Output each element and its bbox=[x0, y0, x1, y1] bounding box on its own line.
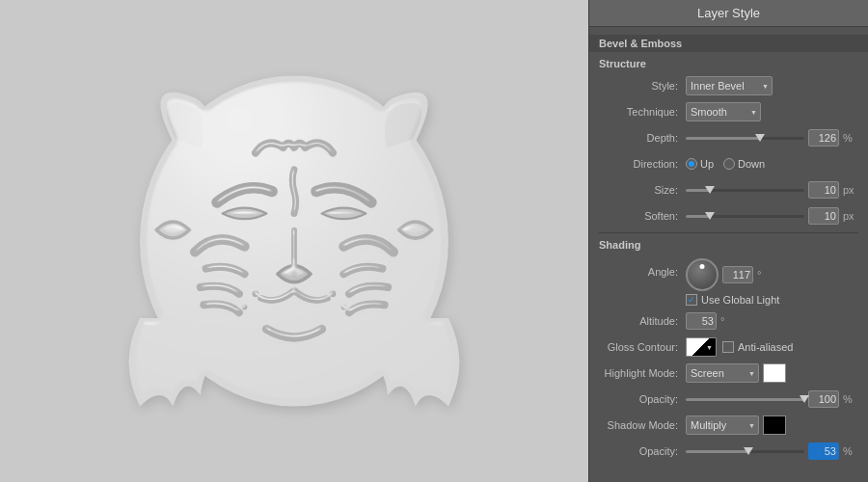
divider-1 bbox=[599, 232, 858, 233]
soften-unit: px bbox=[843, 210, 858, 222]
size-unit: px bbox=[843, 184, 858, 196]
panel-title: Layer Style bbox=[589, 0, 868, 27]
angle-row: Angle: ° Use Global Light bbox=[599, 256, 858, 306]
altitude-row: Altitude: ° bbox=[599, 310, 858, 332]
shadow-mode-select[interactable]: Multiply bbox=[686, 415, 759, 435]
angle-label: Angle: bbox=[599, 258, 686, 278]
style-select[interactable]: Inner Bevel bbox=[686, 76, 773, 95]
canvas-area bbox=[0, 0, 588, 482]
shadow-color-swatch[interactable] bbox=[763, 415, 786, 435]
depth-row: Depth: % bbox=[599, 127, 858, 148]
soften-input[interactable] bbox=[808, 207, 839, 225]
soften-slider-thumb[interactable] bbox=[705, 212, 715, 220]
depth-input[interactable] bbox=[808, 129, 839, 147]
highlight-opacity-label: Opacity: bbox=[599, 393, 686, 405]
direction-label: Direction: bbox=[599, 158, 686, 170]
direction-up-radio[interactable] bbox=[686, 158, 697, 170]
size-row: Size: px bbox=[599, 179, 858, 201]
technique-row: Technique: Smooth bbox=[599, 101, 858, 122]
direction-down-item[interactable]: Down bbox=[723, 158, 765, 170]
depth-slider-track[interactable] bbox=[686, 137, 804, 140]
depth-label: Depth: bbox=[599, 132, 686, 144]
direction-up-label: Up bbox=[700, 158, 714, 170]
direction-radio-group: Up Down bbox=[686, 158, 765, 170]
size-slider-track[interactable] bbox=[686, 189, 804, 192]
size-input[interactable] bbox=[808, 181, 839, 199]
angle-dial[interactable] bbox=[686, 258, 719, 291]
shadow-mode-label: Shadow Mode: bbox=[599, 419, 686, 431]
shadow-opacity-unit: % bbox=[843, 445, 858, 457]
tiger-illustration bbox=[63, 10, 526, 472]
size-slider-thumb[interactable] bbox=[705, 186, 715, 194]
style-label: Style: bbox=[599, 80, 686, 92]
gloss-contour-label: Gloss Contour: bbox=[599, 341, 686, 353]
svg-point-3 bbox=[330, 290, 337, 297]
highlight-opacity-row: Opacity: % bbox=[599, 388, 858, 410]
soften-slider-track[interactable] bbox=[686, 215, 804, 218]
shadow-opacity-label: Opacity: bbox=[599, 445, 686, 457]
size-label: Size: bbox=[599, 184, 686, 196]
gloss-contour-row: Gloss Contour: Anti-aliased bbox=[599, 336, 858, 358]
altitude-unit: ° bbox=[720, 315, 736, 327]
highlight-opacity-unit: % bbox=[843, 393, 858, 405]
shadow-opacity-slider-track[interactable] bbox=[686, 450, 804, 453]
angle-input[interactable] bbox=[722, 266, 753, 283]
soften-row: Soften: px bbox=[599, 205, 858, 227]
shadow-mode-row: Shadow Mode: Multiply bbox=[599, 415, 858, 436]
depth-slider-thumb[interactable] bbox=[755, 134, 765, 142]
soften-label: Soften: bbox=[599, 210, 686, 222]
global-light-checkbox[interactable] bbox=[686, 294, 697, 306]
svg-point-4 bbox=[242, 305, 248, 310]
highlight-opacity-slider-thumb[interactable] bbox=[800, 395, 809, 403]
anti-aliased-checkbox[interactable] bbox=[722, 341, 734, 353]
highlight-mode-select[interactable]: Screen bbox=[686, 363, 759, 383]
shadow-opacity-row: Opacity: % bbox=[599, 441, 858, 462]
layer-style-panel: Layer Style Bevel & Emboss Structure Sty… bbox=[588, 0, 868, 482]
highlight-color-swatch[interactable] bbox=[763, 363, 786, 383]
anti-aliased-row[interactable]: Anti-aliased bbox=[722, 341, 793, 353]
gloss-contour-preview[interactable] bbox=[686, 337, 717, 357]
bevel-emboss-header[interactable]: Bevel & Emboss bbox=[589, 35, 868, 52]
altitude-input[interactable] bbox=[686, 312, 717, 330]
direction-up-item[interactable]: Up bbox=[686, 158, 714, 170]
highlight-opacity-input[interactable] bbox=[808, 390, 839, 408]
shadow-opacity-input[interactable] bbox=[808, 442, 839, 460]
style-row: Style: Inner Bevel bbox=[599, 75, 858, 96]
technique-select[interactable]: Smooth bbox=[686, 102, 761, 121]
altitude-label: Altitude: bbox=[599, 315, 686, 327]
global-light-label: Use Global Light bbox=[701, 294, 779, 306]
dial-indicator bbox=[700, 264, 705, 269]
direction-row: Direction: Up Down bbox=[599, 153, 858, 174]
highlight-opacity-slider-track[interactable] bbox=[686, 398, 804, 401]
direction-down-label: Down bbox=[738, 158, 765, 170]
direction-down-radio[interactable] bbox=[723, 158, 735, 170]
highlight-mode-row: Highlight Mode: Screen bbox=[599, 362, 858, 384]
structure-title: Structure bbox=[599, 58, 858, 69]
depth-unit: % bbox=[843, 132, 858, 144]
svg-point-2 bbox=[253, 290, 259, 297]
technique-label: Technique: bbox=[599, 106, 686, 118]
shading-title: Shading bbox=[599, 239, 858, 251]
svg-point-5 bbox=[341, 305, 347, 310]
angle-unit: ° bbox=[757, 269, 773, 281]
highlight-mode-label: Highlight Mode: bbox=[599, 367, 686, 379]
shadow-opacity-slider-thumb[interactable] bbox=[744, 447, 753, 455]
global-light-row[interactable]: Use Global Light bbox=[686, 294, 779, 306]
anti-aliased-label: Anti-aliased bbox=[738, 341, 793, 353]
